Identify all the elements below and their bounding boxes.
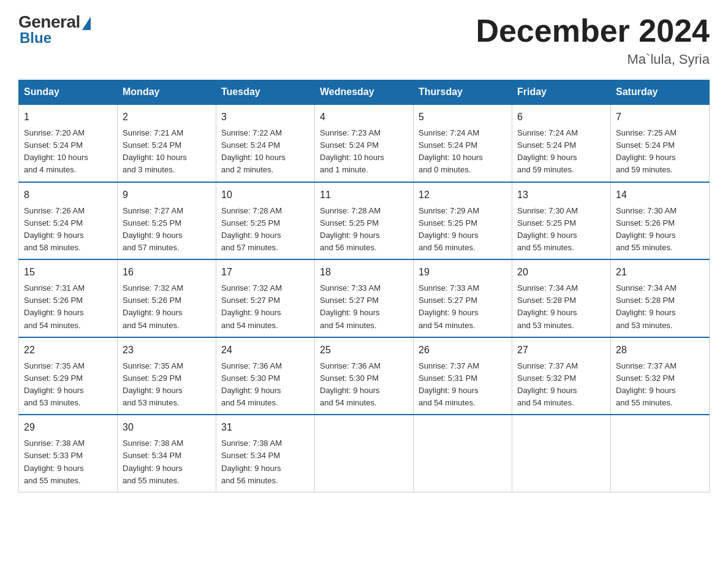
table-row: 2 Sunrise: 7:21 AMSunset: 5:24 PMDayligh…: [118, 104, 216, 182]
table-row: 27 Sunrise: 7:37 AMSunset: 5:32 PMDaylig…: [512, 337, 611, 415]
table-row: [611, 415, 710, 492]
col-thursday: Thursday: [414, 80, 512, 105]
day-info: Sunrise: 7:26 AMSunset: 5:24 PMDaylight:…: [24, 205, 112, 255]
day-info: Sunrise: 7:23 AMSunset: 5:24 PMDaylight:…: [320, 127, 408, 177]
table-row: 10 Sunrise: 7:28 AMSunset: 5:25 PMDaylig…: [216, 182, 315, 260]
table-row: 15 Sunrise: 7:31 AMSunset: 5:26 PMDaylig…: [19, 259, 118, 337]
day-number: 13: [517, 188, 605, 202]
day-info: Sunrise: 7:33 AMSunset: 5:27 PMDaylight:…: [320, 282, 408, 332]
col-tuesday: Tuesday: [216, 80, 315, 105]
table-row: 21 Sunrise: 7:34 AMSunset: 5:28 PMDaylig…: [611, 259, 710, 337]
day-number: 17: [221, 265, 309, 280]
table-row: 29 Sunrise: 7:38 AMSunset: 5:33 PMDaylig…: [19, 415, 118, 492]
day-number: 6: [517, 110, 605, 124]
table-row: 23 Sunrise: 7:35 AMSunset: 5:29 PMDaylig…: [118, 337, 216, 415]
day-number: 14: [616, 188, 704, 202]
day-number: 20: [517, 265, 605, 280]
day-number: 21: [616, 265, 704, 280]
table-row: 19 Sunrise: 7:33 AMSunset: 5:27 PMDaylig…: [414, 259, 512, 337]
day-number: 5: [419, 110, 507, 124]
calendar-week-5: 29 Sunrise: 7:38 AMSunset: 5:33 PMDaylig…: [19, 415, 710, 492]
day-number: 18: [320, 265, 408, 280]
col-sunday: Sunday: [19, 80, 118, 105]
calendar-week-2: 8 Sunrise: 7:26 AMSunset: 5:24 PMDayligh…: [19, 182, 710, 260]
calendar-week-1: 1 Sunrise: 7:20 AMSunset: 5:24 PMDayligh…: [19, 104, 710, 182]
day-info: Sunrise: 7:34 AMSunset: 5:28 PMDaylight:…: [616, 282, 704, 332]
day-info: Sunrise: 7:37 AMSunset: 5:32 PMDaylight:…: [616, 360, 704, 410]
day-info: Sunrise: 7:37 AMSunset: 5:32 PMDaylight:…: [517, 360, 605, 410]
day-number: 24: [221, 343, 309, 358]
col-wednesday: Wednesday: [315, 80, 414, 105]
day-number: 26: [419, 343, 507, 358]
table-row: 7 Sunrise: 7:25 AMSunset: 5:24 PMDayligh…: [611, 104, 710, 182]
header-row: Sunday Monday Tuesday Wednesday Thursday…: [19, 80, 710, 105]
logo-triangle-icon: [82, 17, 91, 30]
table-row: 9 Sunrise: 7:27 AMSunset: 5:25 PMDayligh…: [118, 182, 216, 260]
table-row: 11 Sunrise: 7:28 AMSunset: 5:25 PMDaylig…: [315, 182, 414, 260]
table-row: 20 Sunrise: 7:34 AMSunset: 5:28 PMDaylig…: [512, 259, 611, 337]
day-number: 23: [123, 343, 211, 358]
day-info: Sunrise: 7:29 AMSunset: 5:25 PMDaylight:…: [419, 205, 507, 255]
table-row: 4 Sunrise: 7:23 AMSunset: 5:24 PMDayligh…: [315, 104, 414, 182]
day-number: 29: [24, 420, 112, 435]
table-row: [414, 415, 512, 492]
day-info: Sunrise: 7:25 AMSunset: 5:24 PMDaylight:…: [616, 127, 704, 177]
day-info: Sunrise: 7:20 AMSunset: 5:24 PMDaylight:…: [24, 127, 112, 177]
day-number: 28: [616, 343, 704, 358]
table-row: 1 Sunrise: 7:20 AMSunset: 5:24 PMDayligh…: [19, 104, 118, 182]
day-info: Sunrise: 7:24 AMSunset: 5:24 PMDaylight:…: [517, 127, 605, 177]
day-number: 10: [221, 188, 309, 202]
table-row: [315, 415, 414, 492]
day-info: Sunrise: 7:38 AMSunset: 5:34 PMDaylight:…: [221, 437, 309, 487]
day-number: 15: [24, 265, 112, 280]
logo: General Blue: [18, 12, 91, 47]
day-number: 19: [419, 265, 507, 280]
table-row: 31 Sunrise: 7:38 AMSunset: 5:34 PMDaylig…: [216, 415, 315, 492]
title-section: December 2024 Ma`lula, Syria: [476, 12, 710, 67]
page-header: General Blue December 2024 Ma`lula, Syri…: [18, 12, 710, 67]
table-row: 13 Sunrise: 7:30 AMSunset: 5:25 PMDaylig…: [512, 182, 611, 260]
day-info: Sunrise: 7:21 AMSunset: 5:24 PMDaylight:…: [123, 127, 211, 177]
day-info: Sunrise: 7:22 AMSunset: 5:24 PMDaylight:…: [221, 127, 309, 177]
day-number: 27: [517, 343, 605, 358]
day-info: Sunrise: 7:36 AMSunset: 5:30 PMDaylight:…: [221, 360, 309, 410]
day-number: 16: [123, 265, 211, 280]
day-number: 22: [24, 343, 112, 358]
col-friday: Friday: [512, 80, 611, 105]
day-number: 9: [123, 188, 211, 202]
table-row: 6 Sunrise: 7:24 AMSunset: 5:24 PMDayligh…: [512, 104, 611, 182]
table-row: 3 Sunrise: 7:22 AMSunset: 5:24 PMDayligh…: [216, 104, 315, 182]
table-row: 28 Sunrise: 7:37 AMSunset: 5:32 PMDaylig…: [611, 337, 710, 415]
calendar-week-3: 15 Sunrise: 7:31 AMSunset: 5:26 PMDaylig…: [19, 259, 710, 337]
table-row: 16 Sunrise: 7:32 AMSunset: 5:26 PMDaylig…: [118, 259, 216, 337]
day-number: 8: [24, 188, 112, 202]
day-info: Sunrise: 7:38 AMSunset: 5:34 PMDaylight:…: [123, 437, 211, 487]
day-info: Sunrise: 7:32 AMSunset: 5:27 PMDaylight:…: [221, 282, 309, 332]
table-row: 8 Sunrise: 7:26 AMSunset: 5:24 PMDayligh…: [19, 182, 118, 260]
logo-blue-text: Blue: [20, 29, 51, 47]
day-info: Sunrise: 7:28 AMSunset: 5:25 PMDaylight:…: [221, 205, 309, 255]
day-info: Sunrise: 7:33 AMSunset: 5:27 PMDaylight:…: [419, 282, 507, 332]
table-row: 12 Sunrise: 7:29 AMSunset: 5:25 PMDaylig…: [414, 182, 512, 260]
calendar-week-4: 22 Sunrise: 7:35 AMSunset: 5:29 PMDaylig…: [19, 337, 710, 415]
day-number: 11: [320, 188, 408, 202]
day-number: 31: [221, 420, 309, 435]
table-row: 18 Sunrise: 7:33 AMSunset: 5:27 PMDaylig…: [315, 259, 414, 337]
day-info: Sunrise: 7:24 AMSunset: 5:24 PMDaylight:…: [419, 127, 507, 177]
table-row: 22 Sunrise: 7:35 AMSunset: 5:29 PMDaylig…: [19, 337, 118, 415]
day-number: 7: [616, 110, 704, 124]
table-row: 25 Sunrise: 7:36 AMSunset: 5:30 PMDaylig…: [315, 337, 414, 415]
day-number: 2: [123, 110, 211, 124]
day-info: Sunrise: 7:36 AMSunset: 5:30 PMDaylight:…: [320, 360, 408, 410]
day-number: 3: [221, 110, 309, 124]
table-row: 17 Sunrise: 7:32 AMSunset: 5:27 PMDaylig…: [216, 259, 315, 337]
day-info: Sunrise: 7:37 AMSunset: 5:31 PMDaylight:…: [419, 360, 507, 410]
table-row: [512, 415, 611, 492]
day-info: Sunrise: 7:31 AMSunset: 5:26 PMDaylight:…: [24, 282, 112, 332]
col-monday: Monday: [118, 80, 216, 105]
day-info: Sunrise: 7:27 AMSunset: 5:25 PMDaylight:…: [123, 205, 211, 255]
calendar-table: Sunday Monday Tuesday Wednesday Thursday…: [18, 80, 710, 492]
day-info: Sunrise: 7:28 AMSunset: 5:25 PMDaylight:…: [320, 205, 408, 255]
day-number: 25: [320, 343, 408, 358]
table-row: 24 Sunrise: 7:36 AMSunset: 5:30 PMDaylig…: [216, 337, 315, 415]
